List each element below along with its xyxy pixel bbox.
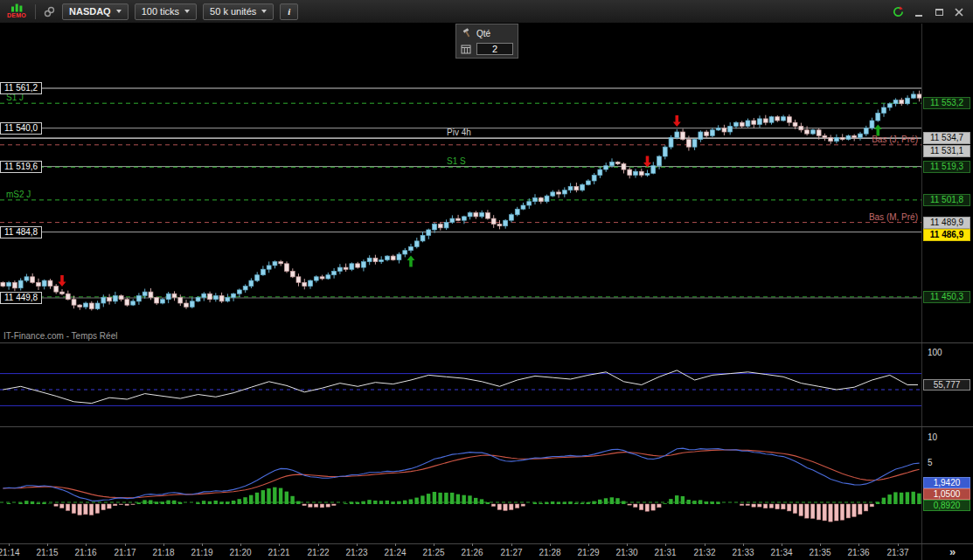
- macd-panel[interactable]: [0, 427, 922, 543]
- time-tick: [511, 543, 512, 546]
- time-tick: [202, 543, 203, 546]
- pivot-label: Piv 4h: [447, 128, 471, 137]
- time-label: 21:17: [114, 548, 136, 557]
- time-label: 21:22: [307, 548, 329, 557]
- scroll-forward-button[interactable]: »: [949, 545, 956, 558]
- units-dropdown[interactable]: 50 k unités: [203, 3, 274, 20]
- info-label: i: [288, 6, 290, 17]
- qty-label: Qté: [476, 29, 490, 38]
- close-icon[interactable]: [953, 6, 965, 17]
- chevron-down-icon: [184, 10, 190, 13]
- toolbar: DEMO NASDAQ 100 ticks 50 k unités i: [0, 0, 973, 24]
- chevron-down-icon: [116, 10, 122, 13]
- price-axis-label: 11 489,9: [923, 217, 970, 229]
- order-quantity-panel: Qté: [455, 24, 518, 59]
- sync-icon[interactable]: [891, 4, 905, 18]
- panel-separator: [0, 342, 973, 343]
- time-label: 21:35: [809, 548, 831, 557]
- demo-label: DEMO: [7, 12, 26, 19]
- time-label: 21:18: [152, 548, 174, 557]
- pivot-label: Bas (J, Pré): [837, 135, 918, 144]
- oscillator-panel[interactable]: [0, 344, 922, 426]
- watermark: IT-Finance.com - Temps Réel: [3, 331, 117, 341]
- demo-badge[interactable]: DEMO: [4, 3, 29, 19]
- timeframe-label: 100 ticks: [142, 6, 179, 17]
- time-tick: [434, 543, 434, 546]
- instrument-label: NASDAQ: [69, 6, 111, 17]
- time-tick: [782, 543, 782, 546]
- time-tick: [163, 543, 164, 546]
- time-label: 21:30: [615, 548, 637, 557]
- price-line-label: 11 540,0: [0, 122, 42, 135]
- application-window: DEMO NASDAQ 100 ticks 50 k unités i: [0, 0, 973, 560]
- time-tick: [279, 543, 280, 546]
- time-label: 21:37: [886, 548, 908, 557]
- signal-value-tag: 1,0500: [923, 488, 970, 500]
- time-label: 21:24: [384, 548, 406, 557]
- time-tick: [665, 543, 666, 546]
- time-tick: [125, 543, 126, 546]
- time-tick: [9, 543, 10, 546]
- time-label: 21:19: [191, 548, 212, 557]
- time-label: 21:28: [539, 548, 560, 557]
- timeframe-dropdown[interactable]: 100 ticks: [135, 3, 197, 20]
- price-axis-label: 11 534,7: [923, 132, 970, 144]
- time-label: 21:29: [577, 548, 599, 557]
- time-tick: [86, 543, 87, 546]
- price-axis-label: 11 519,3: [923, 161, 970, 173]
- time-tick: [858, 543, 859, 546]
- oscillator-value-tag: 55,777: [923, 379, 970, 391]
- time-label: 21:33: [732, 548, 754, 557]
- time-tick: [898, 543, 899, 546]
- time-tick: [357, 543, 358, 546]
- price-axis-label: 11 531,1: [923, 145, 970, 157]
- price-line-label: 11 519,6: [0, 161, 42, 173]
- time-tick: [550, 543, 551, 546]
- price-line-label: 11 449,8: [0, 292, 42, 304]
- time-tick: [743, 543, 744, 546]
- time-label: 21:15: [36, 548, 58, 557]
- time-label: 21:32: [693, 548, 715, 557]
- trade-tool-icon[interactable]: [459, 26, 473, 40]
- window-controls: [891, 4, 969, 18]
- time-tick: [705, 543, 705, 546]
- time-tick: [627, 543, 628, 546]
- price-axis-label: 11 486,9: [923, 229, 970, 241]
- calendar-icon[interactable]: [459, 42, 473, 56]
- time-tick: [820, 543, 821, 546]
- macd-scale-5: 5: [928, 458, 933, 467]
- time-label: 21:25: [422, 548, 444, 557]
- pivot-label: S1 S: [447, 156, 466, 166]
- price-axis-separator: [921, 24, 922, 560]
- price-axis-label: 11 450,3: [923, 291, 970, 303]
- time-tick: [395, 543, 396, 546]
- minimize-button[interactable]: [913, 6, 925, 17]
- link-icon[interactable]: [42, 4, 56, 18]
- time-tick: [47, 543, 48, 546]
- panel-separator: [0, 426, 973, 427]
- time-label: 21:27: [500, 548, 522, 557]
- pivot-label: mS2 J: [6, 190, 31, 199]
- time-label: 21:14: [0, 548, 20, 557]
- chevron-down-icon: [261, 10, 267, 13]
- price-axis-label: 11 553,2: [923, 97, 970, 109]
- oscillator-scale-max: 100: [928, 348, 942, 357]
- time-label: 21:36: [847, 548, 869, 557]
- pivot-label: Bas (M, Pré): [837, 212, 918, 222]
- time-label: 21:34: [770, 548, 792, 557]
- separator: [35, 4, 36, 19]
- main-chart[interactable]: [0, 24, 922, 342]
- time-label: 21:21: [268, 548, 289, 557]
- time-label: 21:16: [74, 548, 96, 557]
- macd-value-tag: 1,9420: [923, 477, 970, 488]
- qty-input[interactable]: [476, 43, 513, 55]
- time-label: 21:26: [461, 548, 483, 557]
- macd-scale-10: 10: [928, 432, 937, 442]
- time-tick: [588, 543, 589, 546]
- time-label: 21:23: [345, 548, 367, 557]
- info-button[interactable]: i: [280, 3, 298, 20]
- instrument-dropdown[interactable]: NASDAQ: [62, 3, 129, 20]
- price-axis-label: 11 501,8: [923, 194, 970, 206]
- maximize-button[interactable]: [933, 6, 945, 17]
- time-label: 21:31: [654, 548, 676, 557]
